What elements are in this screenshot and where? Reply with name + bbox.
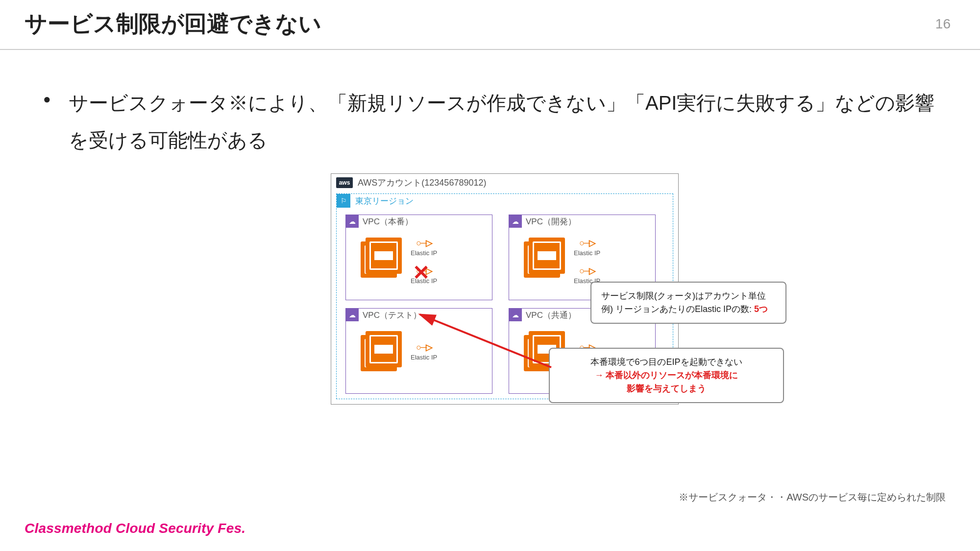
vpc-test: ☁ VPC（テスト） ○─▷ [345,308,492,394]
slide-title: サービス制限が回避できない [24,9,321,39]
eip-list: ○─▷ Elastic IP ○─▷ Elastic IP ✕ [411,238,437,285]
callout-text: 例) リージョンあたりのElastic IPの数: [601,304,754,314]
diagram: aws AWSアカウント(123456789012) ⚐ 東京リージョン ☁ V… [69,173,941,405]
vpc-icon: ☁ [346,309,359,321]
bullet-text: サービスクォータ※により、「新規リソースが作成できない」「API実行に失敗する」… [69,84,941,159]
eip-icon: ○─▷ [416,238,432,248]
ec2-icon [361,331,401,371]
eip-label: Elastic IP [411,249,437,257]
slide-header: サービス制限が回避できない 16 [0,0,980,50]
callout-emphasis: 5つ [754,304,768,314]
eip-label: Elastic IP [411,354,437,361]
eip-list: ○─▷ Elastic IP ○─▷ Elastic IP [574,238,600,285]
slide: サービス制限が回避できない 16 サービスクォータ※により、「新規リソースが作成… [0,0,980,551]
vpc-label: VPC（開発） [526,216,576,227]
vpc-header: ☁ VPC（本番） [346,215,492,228]
aws-account-header: aws AWSアカウント(123456789012) [331,174,678,192]
vpc-label: VPC（テスト） [363,310,421,321]
callout-line: 本番環境で6つ目のEIPを起動できない [560,356,773,369]
cloud-icon: ☁ [512,311,519,319]
vpc-icon: ☁ [346,215,359,228]
slide-body: サービスクォータ※により、「新規リソースが作成できない」「API実行に失敗する」… [0,50,980,405]
region-label: 東京リージョン [355,195,414,207]
cloud-icon: ☁ [349,311,356,319]
eip-item: ○─▷ Elastic IP [411,342,437,361]
page-number: 16 [935,16,951,32]
vpc-label: VPC（共通） [526,310,576,321]
vpc-prod: ☁ VPC（本番） ○─▷ [345,215,492,300]
cloud-icon: ☁ [512,217,519,225]
eip-icon: ○─▷ [579,265,595,276]
eip-item: ○─▷ Elastic IP [574,238,600,257]
vpc-content: ○─▷ Elastic IP [346,321,492,371]
callout-quota-info: サービス制限(クォータ)はアカウント単位 例) リージョンあたりのElastic… [590,282,786,324]
callout-line: サービス制限(クォータ)はアカウント単位 [601,289,776,303]
vpc-label: VPC（本番） [363,216,413,227]
vpc-icon: ☁ [509,215,522,228]
eip-icon: ○─▷ [579,238,595,248]
eip-icon: ○─▷ [416,342,432,353]
flag-icon: ⚐ [341,197,347,205]
aws-logo-icon: aws [336,177,353,188]
region-icon: ⚐ [337,194,350,208]
callout-impact: 本番環境で6つ目のEIPを起動できない → 本番以外のリソースが本番環境に 影響… [549,348,784,403]
cloud-icon: ☁ [349,217,356,225]
eip-item: ○─▷ Elastic IP [411,238,437,257]
vpc-icon: ☁ [509,309,522,321]
aws-account-label: AWSアカウント(123456789012) [358,177,486,189]
footer-brand: Classmethod Cloud Security Fes. [24,521,245,536]
vpc-content: ○─▷ Elastic IP ○─▷ Elastic IP ✕ [346,228,492,285]
ec2-icon [524,238,564,278]
eip-list: ○─▷ Elastic IP [411,331,437,371]
footnote: ※サービスクォータ・・AWSのサービス毎に定められた制限 [679,491,946,504]
callout-line: → 本番以外のリソースが本番環境に [560,369,773,382]
ec2-icon [361,238,401,278]
eip-item: ○─▷ Elastic IP ✕ [411,265,437,285]
x-mark-icon: ✕ [413,261,430,285]
vpc-content: ○─▷ Elastic IP ○─▷ Elastic IP [509,228,655,285]
callout-line: 例) リージョンあたりのElastic IPの数: 5つ [601,303,776,316]
callout-line: 影響を与えてしまう [560,382,773,395]
vpc-header: ☁ VPC（テスト） [346,309,492,321]
eip-label: Elastic IP [574,249,600,257]
vpc-header: ☁ VPC（開発） [509,215,655,228]
region-header: ⚐ 東京リージョン [337,194,673,208]
